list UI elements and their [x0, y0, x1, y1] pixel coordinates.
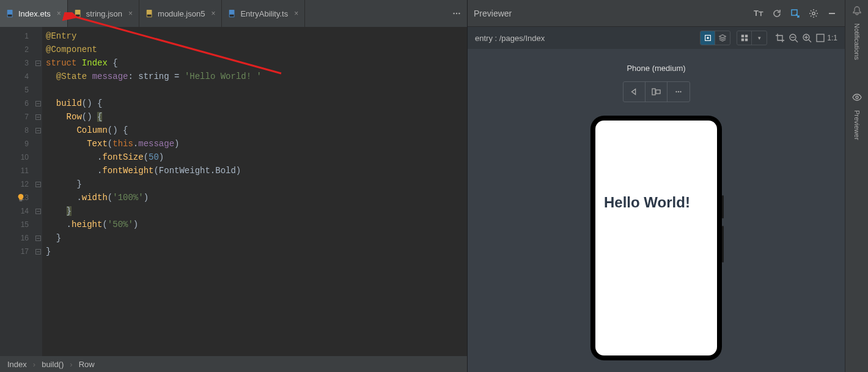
svg-rect-5: [147, 15, 152, 17]
fold-toggle-icon[interactable]: [34, 204, 42, 218]
previewer-panel: Previewer Tᴛ entry : /pages/Index: [468, 0, 845, 372]
orientation-icon[interactable]: [645, 82, 668, 102]
preview-canvas: Phone (medium) Hello World!: [468, 49, 845, 372]
more-dots-icon[interactable]: [668, 82, 690, 102]
previewer-subbar: entry : /pages/Index ▾ 1:1: [468, 27, 845, 49]
svg-point-49: [677, 91, 679, 92]
back-triangle-icon[interactable]: [623, 82, 645, 102]
tab-label: EntryAbility.ts: [240, 9, 288, 18]
code-text[interactable]: @Entry@Componentstruct Index { @State me…: [42, 27, 467, 356]
breadcrumb-item[interactable]: build(): [42, 360, 64, 369]
right-tool-stripe: Notifications Previewer: [845, 0, 868, 372]
refresh-icon[interactable]: [770, 7, 784, 20]
svg-point-9: [456, 13, 457, 14]
svg-rect-1: [8, 15, 12, 17]
svg-point-48: [675, 91, 677, 92]
fold-column[interactable]: [34, 27, 42, 356]
text-tool-icon[interactable]: Tᴛ: [752, 7, 765, 20]
fold-toggle-icon[interactable]: [34, 177, 42, 191]
minimize-icon[interactable]: [825, 7, 839, 20]
component-mode-icon[interactable]: [701, 31, 715, 45]
svg-point-50: [680, 91, 681, 92]
previewer-header: Previewer Tᴛ: [468, 0, 845, 27]
view-mode-group: ▾: [737, 31, 767, 45]
editor-panel: Index.ets×string.json×module.json5×Entry…: [0, 0, 468, 372]
svg-rect-27: [20, 200, 22, 201]
chevron-right-icon: ›: [33, 360, 35, 369]
svg-rect-45: [817, 34, 824, 42]
svg-point-30: [812, 12, 815, 14]
tabs-overflow-button[interactable]: [446, 0, 467, 27]
close-icon[interactable]: ×: [294, 9, 298, 18]
fit-screen-icon[interactable]: [814, 31, 827, 45]
phone-frame: Hello World!: [590, 116, 722, 360]
tab-index-ets[interactable]: Index.ets×: [0, 0, 68, 27]
fold-toggle-icon[interactable]: [34, 110, 42, 124]
tab-label: module.json5: [158, 9, 205, 18]
tab-label: Index.ets: [18, 9, 51, 18]
svg-rect-36: [741, 39, 744, 41]
previewer-title: Previewer: [474, 9, 512, 18]
svg-rect-3: [75, 15, 79, 17]
zoom-ratio-label[interactable]: 1:1: [827, 34, 837, 42]
device-orientation-group: [623, 81, 690, 102]
preview-path-label: entry : /pages/Index: [475, 34, 545, 43]
settings-gear-icon[interactable]: [807, 7, 820, 20]
fold-toggle-icon[interactable]: [34, 97, 42, 110]
svg-rect-7: [230, 15, 234, 17]
crop-icon[interactable]: [773, 31, 787, 45]
chevron-right-icon: ›: [70, 360, 72, 369]
svg-line-44: [809, 40, 811, 42]
phone-screen[interactable]: Hello World!: [595, 121, 717, 355]
intention-bulb-icon[interactable]: [17, 193, 25, 206]
close-icon[interactable]: ×: [128, 9, 133, 18]
device-label: Phone (medium): [627, 64, 685, 73]
fold-toggle-icon[interactable]: [34, 56, 42, 70]
svg-point-33: [707, 37, 709, 39]
breadcrumb-item[interactable]: Row: [79, 360, 95, 369]
tab-module-json5[interactable]: module.json5×: [139, 0, 222, 27]
tabs-bar: Index.ets×string.json×module.json5×Entry…: [0, 0, 467, 27]
breadcrumb[interactable]: Index›build()›Row: [0, 356, 467, 372]
inspector-mode-group: [700, 31, 730, 45]
fold-toggle-icon[interactable]: [34, 231, 42, 245]
rendered-text: Hello World!: [604, 194, 690, 211]
zoom-out-icon[interactable]: [787, 31, 800, 45]
zoom-in-icon[interactable]: [800, 31, 814, 45]
svg-line-40: [795, 40, 798, 42]
svg-rect-34: [741, 35, 744, 37]
fold-toggle-icon[interactable]: [34, 124, 42, 137]
svg-point-51: [856, 96, 858, 99]
fold-toggle-icon[interactable]: [34, 245, 42, 258]
inspect-icon[interactable]: [789, 7, 802, 20]
svg-point-10: [458, 13, 460, 14]
dropdown-icon[interactable]: ▾: [752, 31, 767, 45]
breadcrumb-item[interactable]: Index: [7, 360, 27, 369]
notifications-tab[interactable]: Notifications: [853, 23, 861, 60]
code-area[interactable]: 1234567891011121314151617 @Entry@Compone…: [0, 27, 467, 356]
svg-rect-47: [656, 90, 660, 94]
svg-rect-37: [745, 39, 748, 41]
tab-label: string.json: [86, 9, 122, 18]
previewer-eye-icon[interactable]: [850, 91, 864, 104]
close-icon[interactable]: ×: [57, 9, 61, 18]
svg-rect-46: [652, 89, 655, 95]
layers-icon[interactable]: [715, 31, 730, 45]
close-icon[interactable]: ×: [211, 9, 215, 18]
tab-entryability-ts[interactable]: EntryAbility.ts×: [222, 0, 305, 27]
notifications-bell-icon[interactable]: [850, 4, 864, 17]
svg-point-8: [453, 13, 454, 14]
tab-string-json[interactable]: string.json×: [68, 0, 139, 27]
line-number-gutter: 1234567891011121314151617: [0, 27, 34, 356]
svg-rect-35: [745, 35, 748, 37]
previewer-tab[interactable]: Previewer: [853, 110, 861, 140]
grid-view-icon[interactable]: [737, 31, 752, 45]
